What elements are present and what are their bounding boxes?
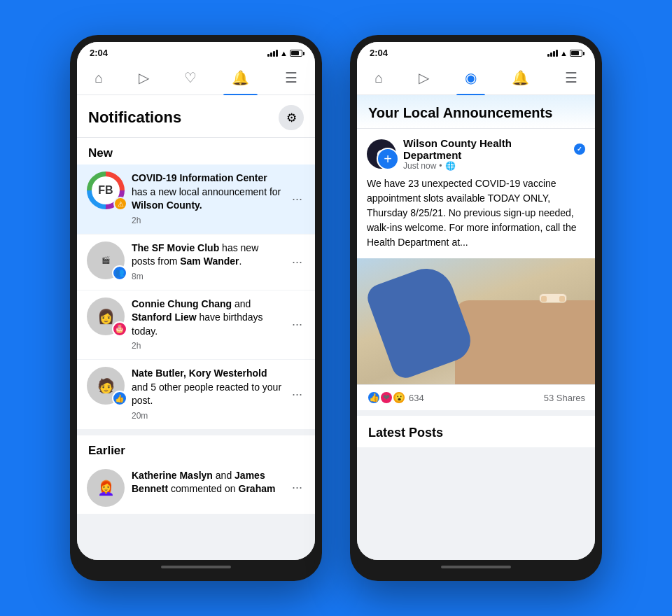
home-icon-right: ⌂ [374, 70, 383, 86]
more-button-katherine[interactable]: ··· [289, 477, 305, 498]
announcement-header: Your Local Announcements [357, 95, 595, 129]
avatar-covid: FB ⚠ [87, 172, 125, 209]
separator-dot: • [439, 161, 442, 171]
nav-notifications-left[interactable]: 🔔 [223, 66, 258, 89]
battery-icon [290, 50, 302, 57]
bell-icon-right: 🔔 [512, 69, 529, 86]
notif-item-covid[interactable]: FB ⚠ COVID-19 Information Center has a n… [77, 164, 315, 234]
friends-icon: ♡ [184, 69, 197, 86]
notif-text-reaction: Nate Butler, Kory Westerhold and 5 other… [132, 367, 282, 422]
announcements-page: Your Local Announcements ⊕ + Wilson Coun… [357, 95, 595, 560]
latest-posts-title: Latest Posts [368, 426, 584, 440]
status-icons-left: ▲ [267, 49, 302, 57]
shares-count: 53 Shares [544, 393, 585, 403]
notif-message-katherine: Katherine Maslyn and James Bennett comme… [132, 469, 282, 496]
video-icon: ▷ [139, 69, 149, 86]
battery-icon-right [570, 50, 582, 57]
arm-shape [455, 300, 595, 384]
notif-text-movie: The SF Movie Club has new posts from Sam… [132, 241, 282, 283]
status-icons-right: ▲ [547, 49, 582, 57]
home-indicator-left [77, 560, 315, 574]
nav-friends-left[interactable]: ♡ [176, 66, 205, 89]
nav-menu-right[interactable]: ☰ [556, 66, 586, 89]
announcement-title: Your Local Announcements [368, 105, 584, 121]
more-button-birthday[interactable]: ··· [289, 314, 305, 335]
notif-item-birthday[interactable]: 👩 🎂 Connie Chung Chang and Stanford Liew… [77, 290, 315, 360]
warning-badge: ⚠ [113, 197, 127, 211]
section-new: New [77, 138, 315, 164]
page-title-left: Notifications [88, 108, 181, 127]
post-author-name: Wilson County Health Department ✓ [403, 137, 585, 161]
verified-badge: ✓ [574, 144, 585, 155]
home-indicator-right [357, 560, 595, 574]
nav-video-right[interactable]: ▷ [410, 66, 438, 89]
menu-icon-right: ☰ [565, 69, 578, 86]
home-bar [161, 566, 231, 568]
post-image [357, 258, 595, 384]
post-meta: Just now • 🌐 [403, 161, 585, 171]
add-icon[interactable]: + [377, 148, 399, 170]
nav-bar-left: ⌂ ▷ ♡ 🔔 ☰ [77, 61, 315, 95]
friends-badge: 👥 [112, 265, 127, 281]
nav-video-left[interactable]: ▷ [130, 66, 158, 89]
reactions-count: 634 [409, 393, 424, 403]
notif-time-covid: 2h [132, 215, 282, 227]
avatar-katherine: 👩‍🦰 [87, 469, 125, 507]
nav-notifications-right[interactable]: 🔔 [503, 66, 538, 89]
notif-time-birthday: 2h [132, 340, 282, 352]
notifications-header: Notifications ⚙ [77, 95, 315, 138]
signal-icon [267, 50, 278, 57]
post-reactions: 👍 ❤ 😮 634 53 Shares [357, 384, 595, 410]
wifi-icon: ▲ [280, 49, 288, 57]
birthday-badge: 🎂 [112, 321, 127, 337]
post-time: Just now [403, 161, 436, 171]
globe-icon: 🌐 [445, 161, 456, 171]
gear-button[interactable]: ⚙ [279, 105, 304, 130]
avatar-nate: 🧑 👍 [87, 367, 125, 405]
gear-icon: ⚙ [286, 111, 297, 125]
avatar-movie: 🎬 👥 [87, 241, 125, 279]
friends-active-icon: ◉ [465, 69, 477, 86]
phone-right: 2:04 ▲ ⌂ ▷ ◉ [350, 35, 602, 581]
more-button-reaction[interactable]: ··· [289, 384, 305, 405]
avatar-connie: 👩 🎂 [87, 298, 125, 335]
notif-text-birthday: Connie Chung Chang and Stanford Liew hav… [132, 298, 282, 353]
menu-icon: ☰ [285, 69, 298, 86]
vaccine-illustration [357, 258, 595, 384]
notif-text-covid: COVID-19 Information Center has a new lo… [132, 172, 282, 227]
notif-time-reaction: 20m [132, 410, 282, 422]
post-author-row: ⊕ + Wilson County Health Department ✓ Ju… [357, 129, 595, 176]
home-icon: ⌂ [94, 70, 103, 86]
nav-friends-right[interactable]: ◉ [456, 66, 485, 89]
time-left: 2:04 [90, 48, 108, 58]
post-text: We have 23 unexpected COVID-19 vaccine a… [367, 178, 577, 248]
phone-left: 2:04 ▲ ⌂ ▷ ♡ [70, 35, 322, 581]
like-badge: 👍 [112, 391, 127, 406]
notif-item-reaction[interactable]: 🧑 👍 Nate Butler, Kory Westerhold and 5 o… [77, 360, 315, 430]
nav-menu-left[interactable]: ☰ [276, 66, 306, 89]
post-author-info: Wilson County Health Department ✓ Just n… [403, 137, 585, 171]
heart-emoji: ❤ [379, 391, 393, 405]
section-divider [77, 430, 315, 435]
nav-bar-right: ⌂ ▷ ◉ 🔔 ☰ [357, 61, 595, 95]
notif-message-birthday: Connie Chung Chang and Stanford Liew hav… [132, 298, 282, 339]
notif-message-covid: COVID-19 Information Center has a new lo… [132, 172, 282, 213]
status-bar-left: 2:04 ▲ [77, 42, 315, 61]
video-icon-right: ▷ [419, 69, 429, 86]
reactions-left: 👍 ❤ 😮 634 [367, 391, 424, 405]
more-button-movie[interactable]: ··· [289, 252, 305, 272]
time-right: 2:04 [370, 48, 388, 58]
bandage-shape [539, 293, 567, 303]
wow-emoji: 😮 [392, 391, 406, 405]
like-emoji: 👍 [367, 391, 381, 405]
bell-icon: 🔔 [232, 69, 249, 86]
more-button-covid[interactable]: ··· [289, 189, 305, 209]
notif-item-movie[interactable]: 🎬 👥 The SF Movie Club has new posts from… [77, 234, 315, 290]
signal-icon-right [547, 50, 558, 57]
post-card: ⊕ + Wilson County Health Department ✓ Ju… [357, 129, 595, 416]
notif-text-katherine: Katherine Maslyn and James Bennett comme… [132, 469, 282, 496]
nav-home-left[interactable]: ⌂ [86, 67, 111, 89]
latest-posts-section: Latest Posts [357, 416, 595, 447]
nav-home-right[interactable]: ⌂ [366, 67, 391, 89]
notif-item-katherine[interactable]: 👩‍🦰 Katherine Maslyn and James Bennett c… [77, 462, 315, 514]
